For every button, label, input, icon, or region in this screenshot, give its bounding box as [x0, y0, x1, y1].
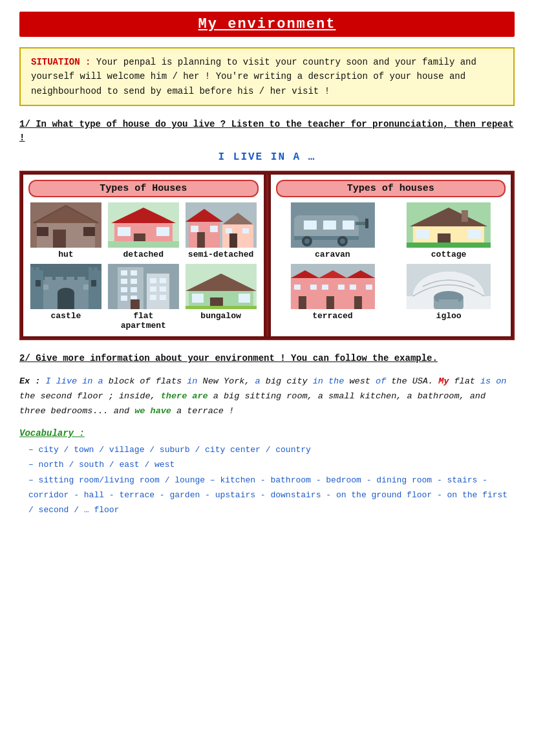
example-text-5: a: [255, 376, 261, 386]
svg-rect-73: [303, 221, 316, 230]
list-item: terraced: [276, 264, 390, 321]
svg-rect-49: [121, 270, 127, 275]
right-panel: Types of houses: [271, 175, 511, 336]
terraced-image: [276, 264, 390, 309]
svg-rect-96: [298, 296, 306, 309]
svg-rect-88: [468, 230, 481, 239]
castle-label: castle: [51, 311, 81, 321]
example-text-17: we have: [134, 406, 171, 416]
detached-image: [106, 202, 181, 248]
list-item: north / south / east / west: [26, 457, 515, 472]
situation-box: SITUATION : Your penpal is planning to v…: [19, 47, 515, 106]
svg-rect-97: [326, 296, 334, 309]
svg-rect-25: [242, 228, 249, 233]
example-text-4: New York,: [197, 376, 255, 386]
svg-rect-43: [91, 280, 96, 286]
svg-rect-60: [160, 286, 166, 292]
vocabulary-list: city / town / village / suburb / city ce…: [26, 442, 515, 518]
igloo-label: igloo: [436, 311, 462, 321]
example-text-18: a terrace !: [171, 406, 234, 416]
caravan-image: [276, 202, 390, 248]
list-item: city / town / village / suburb / city ce…: [26, 442, 515, 457]
svg-rect-52: [131, 279, 137, 284]
section2-heading: 2/ Give more information about your envi…: [19, 352, 515, 365]
svg-rect-34: [30, 270, 43, 309]
svg-point-80: [339, 239, 345, 244]
svg-point-41: [58, 288, 74, 298]
semi-detached-label: semi-detached: [188, 250, 253, 260]
list-item: semi-detached: [184, 202, 259, 260]
example-text-10: the USA.: [386, 376, 438, 386]
svg-rect-12: [118, 227, 131, 236]
svg-rect-24: [226, 228, 232, 233]
section1-heading: 1/ In what type of house do you live ? L…: [19, 118, 515, 145]
svg-rect-13: [156, 227, 169, 236]
situation-label: SITUATION :: [31, 57, 96, 67]
svg-rect-63: [131, 299, 140, 309]
example-block: Ex : I live in a block of flats in New Y…: [19, 374, 515, 419]
bungalow-label: bungalow: [200, 311, 240, 321]
svg-rect-30: [56, 277, 63, 283]
svg-rect-39: [94, 267, 98, 272]
svg-rect-6: [37, 227, 48, 236]
vocabulary-title: Vocabulary :: [19, 428, 515, 438]
live-in-prompt: I LIVE IN A …: [19, 151, 515, 163]
semi-detached-image: [184, 202, 259, 248]
left-panel: Types of Houses: [23, 175, 264, 336]
example-text-11: My: [438, 376, 449, 386]
svg-rect-69: [239, 294, 250, 303]
svg-rect-42: [36, 280, 41, 286]
flat-label: flatapartment: [121, 311, 166, 331]
svg-rect-35: [89, 270, 101, 309]
title-bar: My environment: [19, 12, 515, 37]
hut-label: hut: [58, 250, 73, 260]
svg-rect-7: [83, 227, 95, 236]
example-text-12: flat: [449, 376, 480, 386]
svg-rect-89: [462, 210, 468, 222]
svg-rect-98: [354, 296, 361, 309]
bungalow-image: [184, 264, 259, 309]
list-item: cottage: [392, 202, 506, 260]
list-item: caravan: [276, 202, 390, 260]
houses-container: Types of Houses: [19, 171, 515, 340]
cottage-label: cottage: [431, 250, 467, 260]
svg-rect-29: [45, 277, 52, 283]
svg-rect-31: [67, 277, 74, 283]
svg-rect-68: [192, 294, 204, 303]
svg-rect-100: [310, 285, 316, 290]
example-text-6: big city: [261, 376, 313, 386]
svg-rect-74: [323, 221, 336, 230]
example-text-1: I live in a: [46, 376, 109, 386]
left-panel-title: Types of Houses: [28, 180, 259, 197]
svg-rect-23: [210, 226, 218, 232]
vocabulary-section: Vocabulary : city / town / village / sub…: [19, 428, 515, 518]
panel-divider: [266, 175, 268, 336]
svg-rect-51: [121, 279, 127, 284]
svg-rect-32: [78, 277, 85, 283]
svg-rect-102: [337, 285, 344, 290]
list-item: flatapartment: [106, 264, 181, 331]
svg-rect-50: [131, 270, 137, 275]
svg-rect-111: [439, 299, 458, 309]
svg-rect-22: [191, 226, 198, 232]
svg-rect-3: [53, 230, 66, 248]
list-item: igloo: [392, 264, 506, 321]
svg-rect-70: [186, 306, 257, 309]
svg-rect-14: [108, 241, 179, 248]
svg-rect-21: [230, 233, 237, 248]
svg-rect-54: [131, 287, 137, 292]
castle-image: [28, 264, 103, 309]
svg-rect-59: [150, 286, 156, 292]
list-item: hut: [28, 202, 103, 260]
example-text-7: in the: [313, 376, 345, 386]
caravan-label: caravan: [315, 250, 350, 260]
svg-rect-82: [365, 219, 368, 228]
svg-rect-17: [222, 223, 253, 248]
section2: 2/ Give more information about your envi…: [19, 352, 515, 365]
example-text-8: west: [344, 376, 376, 386]
list-item: sitting room/living room / lounge – kitc…: [26, 473, 515, 518]
list-item: detached: [106, 202, 181, 260]
svg-rect-101: [321, 285, 328, 290]
situation-text: Your penpal is planning to visit your co…: [31, 57, 476, 96]
igloo-image: [392, 264, 506, 309]
